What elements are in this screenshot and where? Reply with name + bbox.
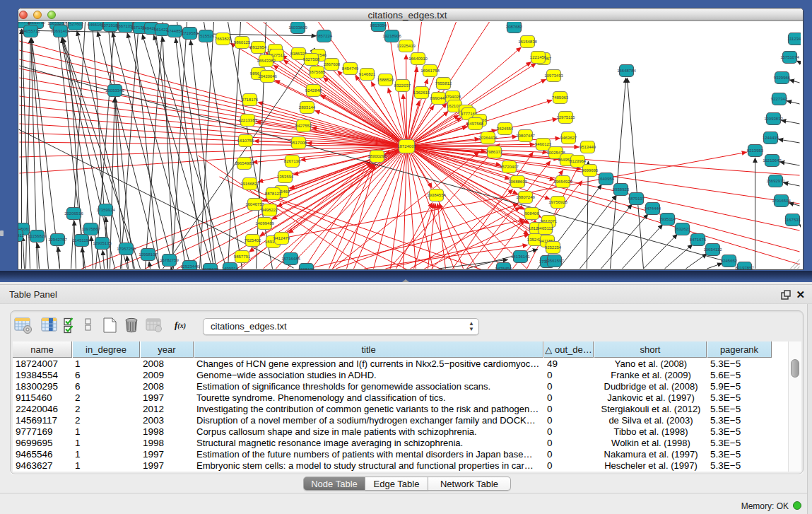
svg-text:8878123: 8878123 — [264, 192, 281, 196]
svg-text:19384554: 19384554 — [427, 193, 446, 197]
svg-text:12213383: 12213383 — [238, 118, 257, 122]
svg-text:15751074: 15751074 — [780, 55, 799, 59]
svg-text:7857224: 7857224 — [315, 34, 332, 38]
svg-text:19166827: 19166827 — [240, 182, 259, 186]
svg-text:7986372: 7986372 — [486, 150, 502, 154]
svg-text:16961758: 16961758 — [420, 69, 440, 73]
svg-text:7625402: 7625402 — [244, 238, 261, 243]
svg-text:19218906: 19218906 — [382, 34, 401, 38]
svg-text:1221456: 1221456 — [529, 55, 546, 59]
svg-text:3875685: 3875685 — [308, 70, 325, 74]
svg-text:16033809: 16033809 — [288, 25, 307, 30]
svg-text:1610755: 1610755 — [237, 139, 254, 143]
svg-text:1167531: 1167531 — [784, 218, 801, 222]
svg-text:7663822: 7663822 — [214, 37, 231, 41]
svg-text:4668136: 4668136 — [298, 267, 314, 269]
svg-text:10973493: 10973493 — [544, 74, 563, 78]
svg-text:15720407: 15720407 — [500, 165, 519, 169]
svg-text:9498222: 9498222 — [261, 208, 278, 212]
svg-text:9327508: 9327508 — [302, 57, 319, 62]
svg-text:8427552: 8427552 — [295, 124, 312, 128]
svg-text:18724007: 18724007 — [397, 144, 416, 148]
svg-text:9474444: 9474444 — [644, 206, 661, 211]
svg-text:16543382: 16543382 — [257, 59, 276, 63]
svg-text:20206516: 20206516 — [64, 211, 83, 216]
svg-text:2867608: 2867608 — [323, 62, 340, 66]
svg-text:18653787: 18653787 — [27, 22, 46, 25]
svg-text:9478454: 9478454 — [495, 267, 512, 269]
svg-text:9242848: 9242848 — [305, 88, 322, 93]
svg-text:9463627: 9463627 — [560, 136, 577, 140]
svg-text:7515526: 7515526 — [197, 34, 214, 38]
svg-text:2803144: 2803144 — [298, 105, 315, 110]
svg-text:9245652: 9245652 — [720, 259, 737, 263]
svg-text:16640910: 16640910 — [408, 57, 428, 61]
svg-text:8267130: 8267130 — [283, 159, 300, 163]
svg-text:16154838: 16154838 — [518, 40, 537, 44]
svg-text:16782759: 16782759 — [160, 258, 179, 262]
svg-text:11156829: 11156829 — [28, 234, 46, 238]
svg-text:8912954: 8912954 — [249, 45, 266, 49]
svg-text:8938923: 8938923 — [612, 187, 629, 192]
svg-text:10688609: 10688609 — [508, 180, 527, 184]
svg-text:10654112: 10654112 — [703, 247, 722, 252]
svg-text:12942757: 12942757 — [48, 238, 67, 242]
svg-text:9857791: 9857791 — [233, 255, 250, 259]
svg-text:8471676: 8471676 — [689, 238, 706, 242]
svg-text:17359924: 17359924 — [96, 208, 115, 212]
svg-text:9460123: 9460123 — [534, 142, 551, 146]
svg-text:12975115: 12975115 — [556, 115, 575, 119]
svg-text:f(x): f(x) — [175, 320, 186, 330]
svg-text:17016504: 17016504 — [772, 199, 791, 203]
svg-text:13561597: 13561597 — [545, 259, 564, 263]
svg-text:1527602: 1527602 — [66, 22, 83, 26]
svg-text:18807249: 18807249 — [516, 195, 535, 199]
svg-text:2935114: 2935114 — [659, 217, 676, 221]
svg-text:8078673: 8078673 — [201, 267, 218, 269]
svg-text:16210643: 16210643 — [763, 158, 782, 163]
svg-text:9227342: 9227342 — [770, 97, 787, 101]
svg-text:1353594: 1353594 — [276, 175, 293, 179]
svg-text:9699695: 9699695 — [581, 168, 598, 173]
svg-text:14099489: 14099489 — [255, 221, 274, 226]
svg-text:9794028: 9794028 — [444, 95, 461, 99]
svg-text:10807487: 10807487 — [516, 134, 535, 138]
svg-text:16648784: 16648784 — [617, 69, 636, 73]
svg-text:20364436: 20364436 — [478, 136, 498, 140]
svg-text:8123964: 8123964 — [569, 159, 586, 163]
svg-text:10975867: 10975867 — [81, 227, 100, 231]
svg-text:20053346: 20053346 — [105, 88, 124, 93]
svg-text:1112345: 1112345 — [787, 37, 801, 41]
svg-text:1362615: 1362615 — [413, 90, 430, 95]
svg-text:1640954: 1640954 — [597, 177, 614, 181]
svg-text:9252254: 9252254 — [544, 245, 561, 250]
svg-text:7955812: 7955812 — [435, 81, 452, 86]
svg-text:20691406: 20691406 — [51, 29, 70, 33]
svg-text:1244415: 1244415 — [762, 136, 779, 140]
svg-text:23420046: 23420046 — [258, 74, 277, 78]
svg-text:13325419: 13325419 — [396, 44, 416, 48]
svg-text:2718176: 2718176 — [241, 98, 258, 102]
svg-text:10958107: 10958107 — [139, 252, 158, 257]
svg-text:9513449: 9513449 — [579, 145, 596, 149]
svg-text:14055712: 14055712 — [21, 29, 40, 33]
svg-text:7632621: 7632621 — [673, 227, 690, 231]
svg-text:1499914: 1499914 — [221, 267, 238, 269]
svg-text:15692971: 15692971 — [766, 179, 785, 183]
svg-text:14136141: 14136141 — [511, 255, 530, 259]
svg-text:15716485: 15716485 — [281, 257, 300, 261]
svg-text:6879197: 6879197 — [628, 197, 645, 201]
svg-text:9517008: 9517008 — [290, 141, 307, 145]
svg-text:9146821: 9146821 — [358, 72, 375, 76]
svg-text:11451194: 11451194 — [72, 238, 90, 243]
svg-text:19654983: 19654983 — [235, 161, 254, 165]
svg-text:12905135: 12905135 — [93, 241, 112, 245]
svg-text:18300295: 18300295 — [367, 154, 387, 158]
svg-text:8322037: 8322037 — [394, 83, 411, 88]
svg-text:16046758: 16046758 — [245, 202, 264, 206]
svg-text:12093832: 12093832 — [764, 117, 783, 121]
svg-text:908406: 908406 — [524, 211, 539, 216]
svg-text:2087682: 2087682 — [505, 25, 522, 29]
svg-text:12923446: 12923446 — [180, 264, 199, 269]
svg-text:3624554: 3624554 — [496, 127, 513, 131]
